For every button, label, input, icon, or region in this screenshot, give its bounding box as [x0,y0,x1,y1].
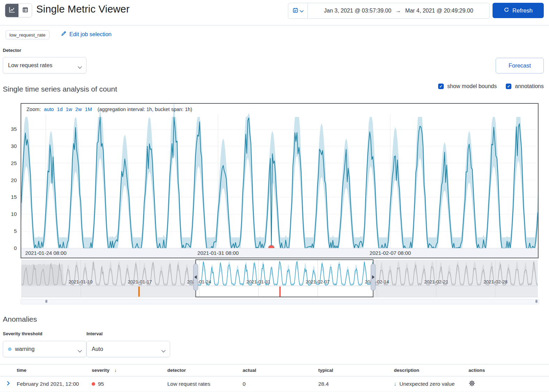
interval-select[interactable]: Auto [86,341,170,357]
scrollbar-left-thumb[interactable] [45,300,47,303]
checkbox-checked-icon[interactable]: ✓ [438,84,444,89]
col-time[interactable]: time [17,368,92,373]
anomalies-table: time severity ↓ detector actual typical … [0,364,549,392]
anomaly-severity-score: 95 [98,381,104,387]
anomaly-severity-cell: 95 [92,381,167,387]
warning-severity-dot-icon [8,347,12,351]
anomalies-section-title: Anomalies [3,315,37,323]
zoom-option-1w[interactable]: 1w [66,107,72,112]
edit-job-selection-label[interactable]: Edit job selection [69,31,112,38]
chart-zoom-toolbar: Zoom: auto 1d 1w 2w 1M (aggregation inte… [22,104,542,114]
time-range-end[interactable]: Mar 4, 2021 @ 20:49:29.00 [405,8,473,14]
svg-text:2021-02-07 08:00: 2021-02-07 08:00 [369,250,411,256]
svg-text:15: 15 [11,194,17,200]
refresh-label: Refresh [512,7,533,14]
time-range-picker[interactable]: Jan 3, 2021 @ 03:57:39.00 → Mar 4, 2021 … [288,3,490,19]
svg-text:2021-02-14: 2021-02-14 [365,279,389,284]
calendar-icon [292,7,298,15]
severity-threshold-select[interactable]: warning [3,341,86,357]
zoom-option-1M[interactable]: 1M [85,107,92,112]
svg-text:35: 35 [11,126,17,132]
main-time-series-chart[interactable]: 2021-01-24 08:002021-01-31 08:002021-02-… [7,103,540,259]
line-chart-icon [9,7,15,14]
col-severity[interactable]: severity ↓ [92,368,167,373]
svg-text:2021-01-31 08:00: 2021-01-31 08:00 [197,250,238,256]
svg-text:2021-01-31: 2021-01-31 [246,279,270,284]
series-section-title: Single time series analysis of count [3,85,117,93]
svg-text:30: 30 [11,143,17,149]
refresh-button[interactable]: Refresh [493,3,544,18]
chart-option-checkboxes: ✓ show model bounds ✓ annotations [438,83,544,89]
time-series-chart-area: Zoom: auto 1d 1w 2w 1M (aggregation inte… [7,103,540,305]
anomaly-time-cell: February 2nd 2021, 12:00 [17,381,92,387]
view-toggle[interactable] [5,3,32,17]
col-actual[interactable]: actual [243,368,318,373]
severity-selected-value: warning [15,346,35,352]
svg-text:2021-02-28: 2021-02-28 [483,279,508,284]
svg-text:5: 5 [14,228,17,234]
severity-threshold-label: Severity threshold [3,331,42,336]
scrollbar-right-thumb[interactable] [535,300,537,303]
page-title: Single Metric Viewer [36,3,130,15]
arrow-down-icon: ↓ [394,381,397,387]
time-range-start[interactable]: Jan 3, 2021 @ 03:57:39.00 [324,8,391,14]
zoom-label: Zoom: [26,107,41,112]
checkbox-checked-icon[interactable]: ✓ [506,84,511,89]
chevron-down-icon [161,348,166,354]
anomaly-description-cell: ↓ Unexpected zero value [394,381,468,387]
single-metric-viewer-toggle-button[interactable] [5,4,18,17]
refresh-icon [504,7,509,14]
show-model-bounds-checkbox[interactable]: ✓ show model bounds [438,83,497,89]
context-navigator-chart[interactable]: 2021-01-102021-01-172021-01-242021-01-31… [7,259,540,299]
pencil-icon [61,31,67,38]
time-range-scrollbar[interactable] [21,299,539,304]
col-description: description [394,368,468,373]
svg-text:2021-01-24: 2021-01-24 [187,279,212,284]
svg-text:20: 20 [11,177,17,183]
anomaly-actual-cell: 0 [243,381,318,387]
svg-text:2021-02-07: 2021-02-07 [306,279,330,284]
svg-text:2021-01-24 08:00: 2021-01-24 08:00 [25,250,66,256]
annotations-label: annotations [515,83,544,89]
col-severity-label: severity [92,368,109,373]
interval-selected-value: Auto [92,346,103,352]
single-metric-viewer-page: Single Metric Viewer Jan 3, 2021 @ 03:57… [0,0,549,392]
detector-label: Detector [3,48,21,53]
critical-severity-dot-icon [92,382,95,386]
job-badge[interactable]: low_request_rate [6,30,49,39]
anomaly-explorer-toggle-button[interactable] [18,4,32,17]
time-range-display[interactable]: Jan 3, 2021 @ 03:57:39.00 → Mar 4, 2021 … [308,3,489,18]
svg-text:0: 0 [14,245,17,251]
forecast-button[interactable]: Forecast [496,58,544,73]
anomaly-detector-cell: Low request rates [167,381,243,387]
chevron-down-icon [300,8,304,14]
svg-text:2021-02-21: 2021-02-21 [424,279,448,284]
row-actions-gear-icon[interactable] [468,382,475,388]
svg-text:2021-01-10: 2021-01-10 [69,279,93,284]
zoom-option-auto[interactable]: auto [44,107,54,112]
edit-job-selection-link[interactable]: Edit job selection [61,31,112,38]
annotations-checkbox[interactable]: ✓ annotations [506,83,544,89]
anomaly-description-text: Unexpected zero value [399,381,455,387]
zoom-option-2w[interactable]: 2w [75,107,82,112]
sort-descending-icon: ↓ [114,368,117,373]
anomalies-table-header: time severity ↓ detector actual typical … [0,364,549,376]
col-typical[interactable]: typical [318,368,394,373]
svg-text:2021-01-17: 2021-01-17 [128,279,152,284]
anomaly-table-row[interactable]: February 2nd 2021, 12:00 95 Low request … [0,376,549,392]
interval-label: Interval [86,331,102,336]
detector-select[interactable]: Low request rates [3,57,86,73]
col-detector[interactable]: detector [167,368,243,373]
aggregation-note: (aggregation interval: 1h, bucket span: … [98,107,192,112]
zoom-option-1d[interactable]: 1d [57,107,62,112]
svg-text:10: 10 [11,211,17,217]
row-expand-chevron-icon[interactable] [6,381,11,387]
detector-selected-value: Low request rates [8,62,52,69]
table-icon [22,7,29,14]
show-model-bounds-label: show model bounds [447,83,497,89]
arrow-right-icon: → [396,8,401,14]
col-actions: actions [468,368,549,373]
calendar-menu-button[interactable] [288,3,308,18]
chevron-down-icon [78,64,82,70]
chevron-down-icon [78,348,82,354]
